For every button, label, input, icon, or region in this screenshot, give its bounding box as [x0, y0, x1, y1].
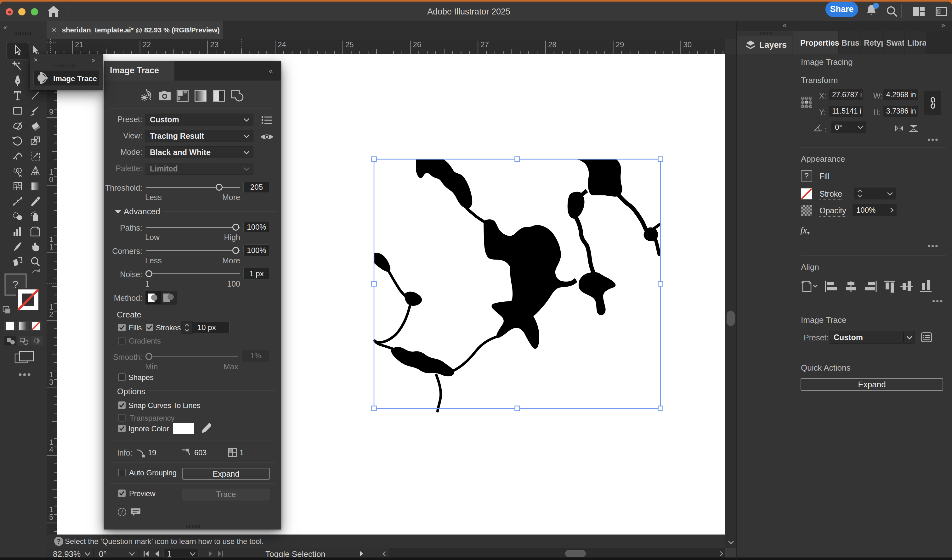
svg-text:0: 0	[49, 175, 53, 184]
svg-text:30: 30	[683, 40, 692, 49]
svg-text:1: 1	[49, 302, 53, 311]
svg-text:5: 5	[49, 513, 53, 521]
svg-text:27: 27	[481, 40, 489, 49]
svg-text:3: 3	[49, 378, 53, 386]
svg-text:23: 23	[210, 40, 218, 49]
svg-text:1: 1	[49, 438, 53, 446]
svg-text:26: 26	[413, 40, 422, 49]
svg-text:1: 1	[49, 370, 53, 379]
svg-text:1: 1	[49, 242, 53, 251]
svg-text:1: 1	[49, 168, 53, 176]
svg-text:9: 9	[49, 108, 53, 116]
svg-text:24: 24	[278, 40, 286, 49]
svg-text:1: 1	[49, 235, 53, 244]
svg-text:2: 2	[49, 310, 53, 319]
svg-text:28: 28	[548, 40, 556, 49]
svg-text:25: 25	[345, 40, 354, 49]
svg-text:4: 4	[49, 446, 53, 454]
svg-text:22: 22	[143, 40, 151, 49]
svg-text:29: 29	[616, 40, 624, 49]
svg-text:21: 21	[75, 40, 83, 49]
svg-text:1: 1	[49, 505, 53, 514]
